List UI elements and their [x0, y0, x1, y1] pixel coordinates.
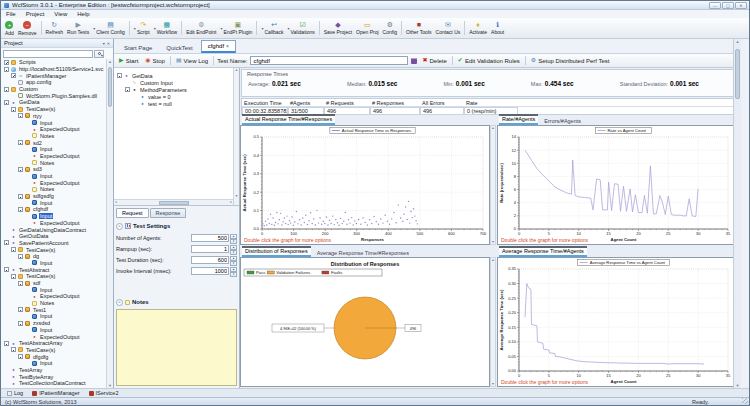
spinner-down-icon[interactable]: ▾ [230, 239, 237, 244]
tree-item[interactable]: Input [1, 173, 106, 180]
scrollbar-thumb[interactable] [159, 201, 189, 205]
tree-item[interactable]: ●SavePatientAccount [1, 240, 106, 247]
tree-item[interactable]: dg [1, 253, 106, 260]
tree-item[interactable]: sd3 [1, 166, 106, 173]
notes-textarea[interactable] [116, 309, 237, 386]
save-test-icon[interactable] [411, 58, 417, 64]
tree-item[interactable]: Input [1, 146, 106, 153]
tab-quicktest[interactable]: QuickTest [160, 43, 198, 53]
tree-expander-icon[interactable] [18, 140, 23, 145]
bottom-tab-ipatientmanager[interactable]: IPatientManager [28, 389, 83, 397]
tree-expander-icon[interactable] [18, 354, 23, 359]
dropdown-icon[interactable]: ▾ [154, 26, 156, 31]
tree-item[interactable]: ●TestCollectionDataContract [1, 380, 106, 387]
collapse-icon[interactable]: ^ [116, 223, 123, 230]
tree-item[interactable]: ●ExpectedOutput [1, 153, 106, 160]
activate-button[interactable]: ♦Activate [467, 19, 489, 37]
tree-item[interactable]: ●TestArray [1, 367, 106, 374]
tab-request[interactable]: Request [116, 208, 149, 218]
tree-expander-icon[interactable] [11, 107, 16, 112]
chart-scrollbar[interactable]: ▲▼ [490, 257, 496, 387]
dropdown-icon[interactable]: ▾ [220, 26, 222, 31]
tree-item[interactable]: Custom [1, 86, 106, 93]
tree-item[interactable]: cfghdf [1, 206, 106, 213]
tree-expander-icon[interactable] [18, 207, 23, 212]
client-config-button[interactable]: ▾▤Client Config [91, 19, 127, 37]
tree-item[interactable]: TestCase(s) [1, 273, 106, 280]
tree-item[interactable]: ✎Custom Input [114, 79, 239, 86]
other-tools-button[interactable]: ■Other Tools [404, 19, 433, 37]
about-button[interactable]: ℹAbout [489, 19, 506, 37]
tree-item[interactable]: sd2 [1, 139, 106, 146]
tree-item[interactable]: ⇒IPatientManager [1, 72, 106, 79]
tree-item[interactable]: Scripts [1, 59, 106, 66]
menu-item-project[interactable]: Project [21, 11, 50, 17]
tree-item[interactable]: sdfgsdfg [1, 193, 106, 200]
setup-distributed-perf-button[interactable]: ⚙Setup Distributed Perf Test [529, 56, 612, 65]
chart-canvas[interactable]: Distribution of ResponsesPassValidation … [240, 257, 490, 387]
add-button[interactable]: +Add [3, 19, 16, 37]
tree-item[interactable]: Input [1, 199, 106, 206]
menu-item-file[interactable]: File [1, 11, 21, 17]
chart-canvas[interactable]: 0510152025303502468101214Agent CountRate… [497, 125, 735, 245]
tree-expander-icon[interactable] [4, 87, 9, 92]
tree-expander-icon[interactable] [18, 113, 23, 118]
tree-expander-icon[interactable] [18, 254, 23, 259]
tree-item[interactable]: ●MethodParameters [114, 86, 239, 93]
menu-item-view[interactable]: View [49, 11, 72, 17]
search-button[interactable] [94, 50, 104, 58]
dropdown-icon[interactable]: ▾ [288, 26, 290, 31]
tree-item[interactable]: WcfStorm.Plugin.Samples.dll [1, 92, 106, 99]
contact-us-button[interactable]: ✉Contact Us [434, 19, 463, 37]
tree-item[interactable]: Input [1, 360, 106, 367]
request-tree-vscrollbar[interactable]: ▲▼ [233, 68, 239, 205]
tree-item[interactable]: http://localhost:51109/Service1.svc [1, 66, 106, 73]
tree-item[interactable]: Notes [1, 186, 106, 193]
tree-item[interactable]: ●ExpectedOutput [1, 293, 106, 300]
tree-item[interactable]: TestCase(s) [1, 106, 106, 113]
spinner-down-icon[interactable]: ▾ [230, 250, 237, 255]
setting-input-rampup-sec-[interactable] [191, 245, 229, 253]
tree-item[interactable]: zxsdsd [1, 320, 106, 327]
tree-expander-icon[interactable] [18, 194, 23, 199]
tree-expander-icon[interactable] [4, 267, 9, 272]
setting-input-test-duration-sec-[interactable] [191, 256, 229, 264]
tree-item[interactable]: Notes [1, 159, 106, 166]
tree-item[interactable]: sdf [1, 280, 106, 287]
spinner-down-icon[interactable]: ▾ [230, 272, 237, 277]
tree-item[interactable]: Input [1, 313, 106, 320]
tree-item[interactable]: Input [1, 213, 106, 220]
chart-canvas[interactable]: 051015202530350.000.050.100.150.200.250.… [497, 257, 735, 387]
tree-item[interactable]: dfgdfg [1, 353, 106, 360]
edit-validation-rules-button[interactable]: ✔Edit Validation Rules [456, 56, 522, 65]
remove-button[interactable]: −Remove [16, 19, 39, 37]
dropdown-icon[interactable]: ▾ [134, 26, 136, 31]
tree-item[interactable]: rtyy [1, 113, 106, 120]
tree-item[interactable]: ●ExpectedOutput [1, 220, 106, 227]
tree-expander-icon[interactable] [4, 67, 9, 72]
tree-expander-icon[interactable] [18, 167, 23, 172]
tree-expander-icon[interactable] [18, 281, 23, 286]
setting-input-number-of-agents-[interactable] [191, 234, 229, 242]
tree-item[interactable]: TestCase(s) [1, 246, 106, 253]
tree-item[interactable]: ●ExpectedOutput [1, 179, 106, 186]
chart-tab[interactable]: Rate/#Agents [499, 114, 538, 125]
tree-item[interactable]: ●test = null [114, 100, 239, 107]
tree-item[interactable]: Input [1, 119, 106, 126]
resize-grip[interactable] [742, 398, 748, 404]
tree-item[interactable]: ●GetData [114, 72, 239, 79]
dropdown-icon[interactable]: ▾ [93, 26, 95, 31]
tree-item[interactable]: ●TestAbstractArray [1, 340, 106, 347]
chart-tab[interactable]: Errors/#Agents [541, 118, 584, 125]
bottom-tab-log[interactable]: Log [3, 389, 27, 397]
chart-canvas[interactable]: 01002003004005006007000.00.10.20.30.40.5… [240, 125, 490, 245]
stop-button[interactable]: ◉Stop [143, 56, 167, 65]
close-icon[interactable]: ✕ [735, 2, 747, 9]
chart-scrollbar[interactable]: ▲▼ [490, 125, 496, 245]
tab-start-page[interactable]: Start Page [118, 43, 158, 53]
minimize-icon[interactable]: — [709, 2, 721, 9]
panel-close-icon[interactable]: ✕ [107, 41, 110, 46]
tree-expander-icon[interactable] [4, 60, 9, 65]
tree-item[interactable]: Input [1, 286, 106, 293]
tree-item[interactable]: ●TestByteArray [1, 373, 106, 380]
